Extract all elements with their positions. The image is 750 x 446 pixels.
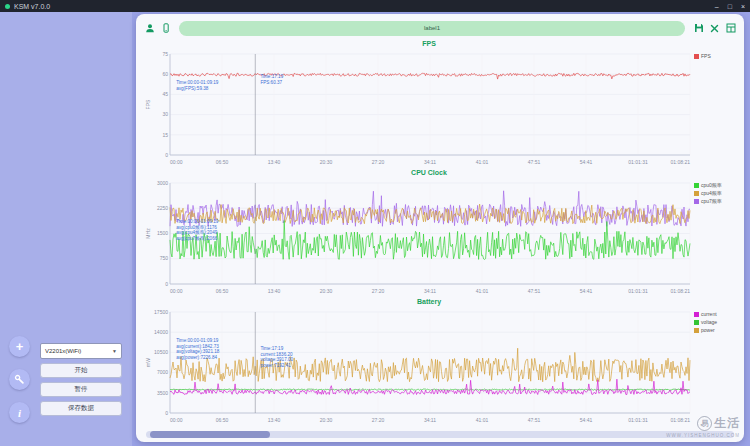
legend-item: current [694,311,738,317]
svg-text:avg(cpu4频率):2049: avg(cpu4频率):2049 [176,230,218,235]
svg-text:avg(power):7226.84: avg(power):7226.84 [176,355,217,360]
info-icon: i [18,407,21,419]
svg-text:45: 45 [162,91,168,97]
svg-text:00:00: 00:00 [170,417,183,423]
svg-text:avg(FPS):59.38: avg(FPS):59.38 [176,86,209,91]
svg-text:FPS: FPS [145,99,151,109]
legend-item: cpu7频率 [694,198,738,204]
svg-text:avg(cpu7频率):2066: avg(cpu7频率):2066 [176,236,218,241]
svg-text:41:01: 41:01 [476,417,489,423]
svg-text:Time:00:00-01:09:19: Time:00:00-01:09:19 [176,80,219,85]
close-button[interactable]: × [741,3,745,10]
svg-text:27:20: 27:20 [372,417,385,423]
svg-text:0: 0 [165,281,168,287]
svg-text:34:11: 34:11 [424,288,436,294]
svg-text:54:41: 54:41 [580,159,593,165]
tools-button[interactable] [9,369,30,390]
wrench-icon [14,374,25,385]
device-select-value: V2201x(WiFi) [45,348,81,354]
start-button[interactable]: 开始 [40,363,122,378]
svg-text:06:50: 06:50 [216,417,229,423]
label-input[interactable]: label1 [179,21,685,36]
svg-text:power:7192.41: power:7192.41 [260,363,291,368]
svg-text:41:01: 41:01 [476,288,489,294]
horizontal-scrollbar[interactable] [146,431,734,438]
battery-chart[interactable]: 03500700010500140001750000:0006:5013:402… [144,308,692,425]
maximize-button[interactable]: □ [728,3,732,10]
svg-text:01:01:31: 01:01:31 [628,288,648,294]
device-select[interactable]: V2201x(WiFi) ▼ [40,343,122,359]
svg-text:1500: 1500 [157,230,168,236]
svg-text:3000: 3000 [157,180,168,186]
legend-swatch [694,328,699,333]
info-button[interactable]: i [9,402,30,423]
clear-icon[interactable] [709,23,720,34]
svg-text:avg(cpu0频率):1176: avg(cpu0频率):1176 [176,225,217,230]
svg-text:01:08:21: 01:08:21 [671,417,691,423]
device-icon[interactable] [160,23,171,34]
battery-chart-legend: currentvoltagepower [694,311,738,333]
battery-chart-row: Battery 03500700010500140001750000:0006:… [140,297,740,426]
legend-label: power [701,327,715,333]
svg-text:47:51: 47:51 [528,288,541,294]
svg-text:3500: 3500 [157,390,168,396]
svg-text:20:30: 20:30 [320,159,333,165]
title-bar: KSM v7.0.0 – □ × [0,0,750,12]
svg-text:mW: mW [145,358,151,367]
svg-text:47:51: 47:51 [528,159,541,165]
device-controls: V2201x(WiFi) ▼ 开始 暂停 保存数据 [40,343,122,416]
svg-text:06:50: 06:50 [216,159,229,165]
cpu-clock-chart[interactable]: 075015002250300000:0006:5013:4020:3027:2… [144,179,692,296]
svg-text:41:01: 41:01 [476,159,489,165]
fps-chart[interactable]: 0153045607500:0006:5013:4020:3027:2034:1… [144,50,692,167]
svg-text:MHz: MHz [145,228,151,239]
svg-text:27:20: 27:20 [372,288,385,294]
minimize-button[interactable]: – [715,3,719,10]
svg-text:54:41: 54:41 [580,417,593,423]
legend-swatch [694,320,699,325]
svg-text:7000: 7000 [157,369,168,375]
svg-text:Time:00:00-01:09:19: Time:00:00-01:09:19 [176,338,219,343]
label-text: label1 [424,25,440,31]
svg-text:01:01:31: 01:01:31 [628,159,648,165]
battery-chart-title: Battery [166,298,692,305]
fps-chart-legend: FPS [694,53,738,59]
legend-label: cpu4频率 [701,190,722,196]
svg-text:0: 0 [165,410,168,416]
svg-text:2250: 2250 [157,205,168,211]
legend-swatch [694,54,699,59]
legend-label: voltage [701,319,717,325]
svg-text:01:08:21: 01:08:21 [671,288,691,294]
add-device-button[interactable]: + [9,336,30,357]
svg-text:34:11: 34:11 [424,417,436,423]
svg-text:13:40: 13:40 [268,417,281,423]
save-data-button[interactable]: 保存数据 [40,401,122,416]
legend-item: voltage [694,319,738,325]
svg-text:current:1836.20: current:1836.20 [260,352,293,357]
svg-text:avg(voltage):3921.18: avg(voltage):3921.18 [176,349,220,354]
svg-text:20:30: 20:30 [320,417,333,423]
plus-icon: + [16,339,24,354]
legend-label: cpu0频率 [701,182,722,188]
svg-text:27:20: 27:20 [372,159,385,165]
svg-text:avg(current):1842.73: avg(current):1842.73 [176,344,219,349]
charts-area: FPS 0153045607500:0006:5013:4020:3027:20… [136,39,744,429]
cpu-clock-chart-title: CPU Clock [166,169,692,176]
svg-text:47:51: 47:51 [528,417,541,423]
svg-text:20:30: 20:30 [320,288,333,294]
svg-text:FPS:60.37: FPS:60.37 [260,80,282,85]
svg-text:750: 750 [160,255,169,261]
save-icon[interactable] [693,23,704,34]
legend-label: cpu7频率 [701,198,722,204]
user-icon[interactable] [144,23,155,34]
svg-text:34:11: 34:11 [424,159,436,165]
legend-swatch [694,312,699,317]
svg-text:13:40: 13:40 [268,288,281,294]
pause-button[interactable]: 暂停 [40,382,122,397]
svg-text:75: 75 [162,51,168,57]
legend-item: power [694,327,738,333]
svg-text:15: 15 [162,132,168,138]
scrollbar-thumb[interactable] [150,431,270,438]
table-icon[interactable] [725,23,736,34]
svg-text:01:08:21: 01:08:21 [671,159,691,165]
